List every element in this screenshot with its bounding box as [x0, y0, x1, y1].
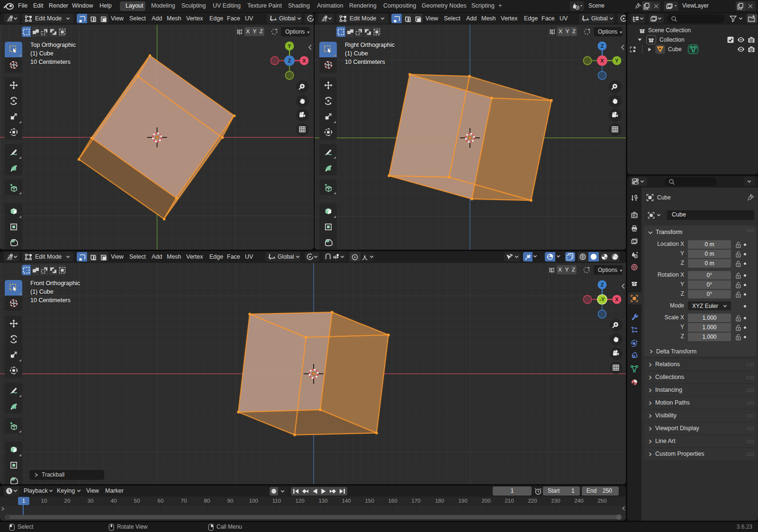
svg-text:Z: Z [601, 43, 604, 49]
svg-text:Z: Z [601, 282, 604, 288]
svg-text:Y: Y [615, 58, 619, 63]
svg-text:-Y: -Y [600, 297, 605, 302]
svg-text:X: X [615, 297, 619, 302]
svg-text:Z: Z [288, 58, 291, 63]
svg-text:X: X [600, 58, 604, 63]
svg-text:Y: Y [288, 43, 291, 49]
svg-text:X: X [302, 58, 306, 63]
